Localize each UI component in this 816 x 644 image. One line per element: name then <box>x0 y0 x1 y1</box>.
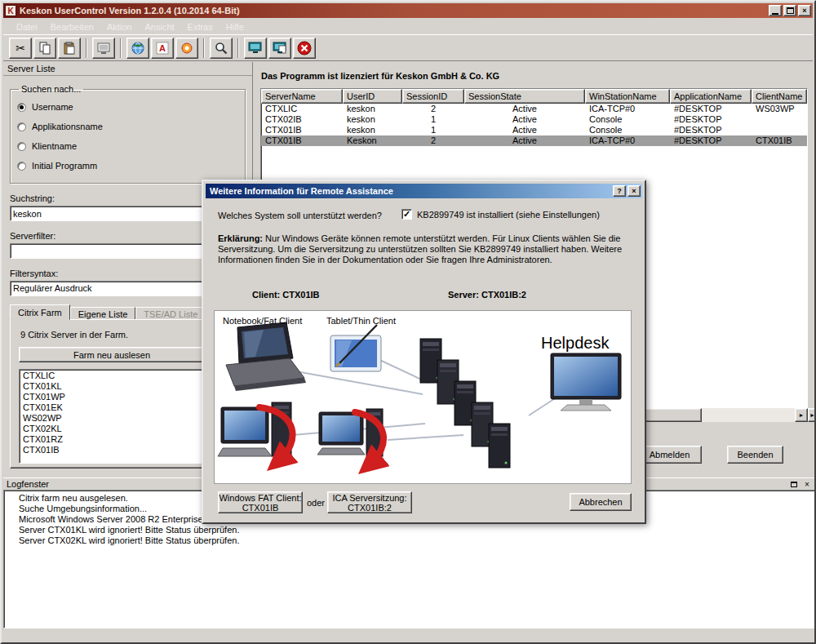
paste-icon <box>63 42 76 55</box>
session-close-button[interactable] <box>293 38 316 59</box>
log-line: Server CTX02KL wird ignoriert! Bitte Sta… <box>19 535 812 546</box>
session-view-icon <box>273 42 287 54</box>
scroll-right-button[interactable]: ► <box>795 408 808 422</box>
radio-initial-programm[interactable]: Initial Programm <box>17 156 240 175</box>
copy-icon <box>38 42 51 55</box>
menu-ansicht[interactable]: Ansicht <box>138 20 180 33</box>
fat-client-line2: CTX01IB <box>242 503 279 513</box>
globe-button[interactable] <box>126 38 149 59</box>
cut-button[interactable]: ✂ <box>9 38 32 59</box>
serverfilter-input[interactable] <box>10 243 233 259</box>
list-item[interactable]: CTX01WP <box>20 392 204 402</box>
tab-citrix-farm[interactable]: Citrix Farm <box>10 304 70 320</box>
fat-client-button[interactable]: Windows FAT Client: CTX01IB <box>218 491 303 513</box>
table-row[interactable]: CTX02IB keskon 1 Active Console #DESKTOP <box>261 114 807 125</box>
list-item[interactable]: CTXLIC <box>20 371 204 381</box>
paste-button[interactable] <box>58 38 81 59</box>
column-header-sessionstate[interactable]: SessionState <box>464 89 585 104</box>
radio-klientname[interactable]: Klientname <box>17 136 240 156</box>
pdf-export-button[interactable]: A <box>151 38 174 59</box>
farm-reload-button[interactable]: Farm neu auslesen <box>19 347 205 362</box>
checkbox-icon: ✓ <box>401 209 412 220</box>
abmelden-button[interactable]: Abmelden <box>637 446 702 464</box>
menu-extras[interactable]: Extras <box>181 20 220 33</box>
window-title: Keskon UserControl Version 1.2.0.4 (10.2… <box>20 6 767 16</box>
radio-applikationsname[interactable]: Applikationsname <box>17 117 240 136</box>
cell-winstationname: ICA-TCP#0 <box>585 104 670 114</box>
farm-info-text: 9 Citrix Server in der Farm. <box>20 330 213 340</box>
radio-initial-programm-label: Initial Programm <box>32 161 97 171</box>
cell-sessionstate: Active <box>464 114 585 125</box>
panel-scroll-right-button[interactable]: ► <box>808 408 816 422</box>
cell-userid: keskon <box>343 125 402 135</box>
session-close-icon <box>297 41 312 56</box>
screen-capture-button[interactable] <box>92 38 115 59</box>
menu-datei[interactable]: Datei <box>10 20 44 33</box>
dialog-help-button[interactable]: ? <box>613 185 626 197</box>
table-row[interactable]: CTX01IB keskon 1 Active Console #DESKTOP <box>261 125 807 135</box>
table-row[interactable]: CTXLIC keskon 2 Active ICA-TCP#0 #DESKTO… <box>261 104 807 114</box>
cell-applicationname: #DESKTOP <box>670 104 752 114</box>
cut-icon: ✂ <box>16 42 25 55</box>
list-item[interactable]: CTX01RZ <box>20 434 204 445</box>
column-header-servername[interactable]: ServerName <box>261 89 343 104</box>
radio-username-label: Username <box>32 102 73 112</box>
abbrechen-button[interactable]: Abbrechen <box>570 493 632 511</box>
log-float-button[interactable] <box>788 479 800 490</box>
cell-servername: CTX02IB <box>261 114 343 125</box>
copy-button[interactable] <box>33 38 56 59</box>
list-item[interactable]: CTX01KL <box>20 381 204 392</box>
filtersyntax-select[interactable]: Regulärer Ausdruck ▼ <box>10 281 233 296</box>
filtersyntax-value: Regulärer Ausdruck <box>11 282 219 295</box>
tablet-label: Tablet/Thin Client <box>326 316 396 326</box>
menu-bearbeiten[interactable]: Bearbeiten <box>44 20 100 33</box>
toolbar: ✂ A <box>3 34 813 61</box>
server-listbox[interactable]: CTXLIC CTX01KL CTX01WP CTX01EK WS02WP CT… <box>19 369 205 464</box>
remote-assistance-illustration: Notebook/Fat Client Tablet/Thin Client H… <box>214 310 632 484</box>
cell-applicationname: #DESKTOP <box>670 125 752 135</box>
ica-session-button[interactable]: ICA Serversitzung: CTX01IB:2 <box>327 491 412 513</box>
explanation-text: Nur Windows Geräte können remote unterst… <box>218 233 622 264</box>
citrix-farm-tab-content: 9 Citrix Server in der Farm. Farm neu au… <box>10 319 214 469</box>
column-header-applicationname[interactable]: ApplicationName <box>670 89 752 104</box>
kb-installed-checkbox[interactable]: ✓ KB2899749 ist installiert (siehe Einst… <box>401 209 600 220</box>
dialog-close-button[interactable]: × <box>628 185 641 197</box>
cell-sessionstate: Active <box>464 135 585 146</box>
beenden-button[interactable]: Beenden <box>727 446 783 464</box>
tab-eigene-liste[interactable]: Eigene Liste <box>70 307 136 320</box>
menu-hilfe[interactable]: Hilfe <box>220 20 251 33</box>
server-list-panel-title: Server Liste <box>3 62 252 76</box>
radio-applikationsname-icon <box>17 122 26 131</box>
list-item[interactable]: WS02WP <box>20 413 204 424</box>
cell-sessionid: 2 <box>402 135 464 146</box>
list-item[interactable]: CTX01IB <box>20 445 204 455</box>
session-view-button[interactable] <box>268 38 291 59</box>
table-row-selected[interactable]: CTX01IB Keskon 2 Active ICA-TCP#0 #DESKT… <box>261 135 807 146</box>
session-connect-icon <box>248 42 263 54</box>
cell-winstationname: Console <box>585 125 670 135</box>
column-header-userid[interactable]: UserID <box>343 89 402 104</box>
session-connect-button[interactable] <box>244 38 267 59</box>
svg-text:A: A <box>159 43 166 53</box>
menu-aktion[interactable]: Aktion <box>100 20 139 33</box>
radio-username[interactable]: Username <box>17 97 240 117</box>
column-header-clientname[interactable]: ClientName <box>752 89 807 104</box>
record-button[interactable] <box>175 38 198 59</box>
column-header-sessionid[interactable]: SessionID <box>402 89 464 104</box>
cell-userid: keskon <box>343 114 402 125</box>
toolbar-separator <box>237 38 239 58</box>
kb-installed-label: KB2899749 ist installiert (siehe Einstel… <box>417 210 600 220</box>
close-button[interactable]: × <box>798 5 811 16</box>
log-close-button[interactable]: × <box>801 479 813 490</box>
minimize-button[interactable] <box>769 5 782 16</box>
tab-tse-ad-liste[interactable]: TSE/AD Liste <box>135 307 206 320</box>
explanation-label: Erklärung: <box>218 233 263 243</box>
maximize-button[interactable] <box>783 5 796 16</box>
column-header-winstationname[interactable]: WinStationName <box>585 89 670 104</box>
radio-klientname-label: Klientname <box>32 141 77 151</box>
list-item[interactable]: CTX01EK <box>20 402 204 413</box>
search-button[interactable] <box>210 38 233 59</box>
list-item[interactable]: CTX02KL <box>20 424 204 434</box>
radio-applikationsname-label: Applikationsname <box>32 122 103 131</box>
suchstring-input[interactable] <box>10 206 233 221</box>
